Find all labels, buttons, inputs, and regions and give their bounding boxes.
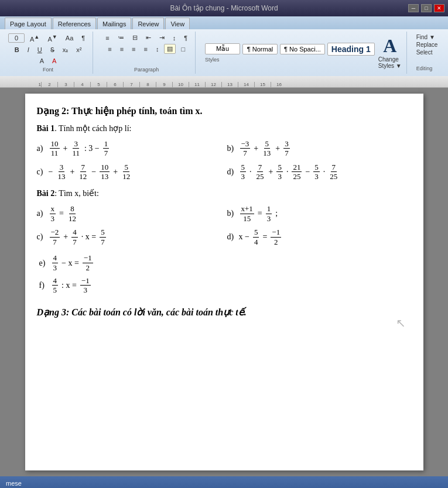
frac-4-5-f: 45 [52, 276, 59, 295]
show-hide-btn[interactable]: ¶ [78, 33, 88, 43]
font-size-input[interactable]: 0 [8, 33, 25, 43]
frac-3-11: 311 [71, 139, 81, 158]
minus-c: − [49, 164, 53, 180]
numbering-btn[interactable]: ≔ [115, 33, 127, 43]
dot-d3: · [323, 164, 326, 180]
label-b1: b) [227, 140, 237, 157]
sort-btn[interactable]: ↕ [170, 33, 179, 43]
eq-b2: = [258, 205, 262, 222]
justify-btn[interactable]: ≡ [141, 44, 150, 54]
strikethrough-btn[interactable]: S̶ [47, 45, 57, 55]
decrease-indent-btn[interactable]: ⇤ [143, 33, 154, 43]
section2-title: Dạng 2: Thực hiện phép tính, toán tìm x. [37, 105, 406, 116]
underline-btn[interactable]: U [35, 45, 45, 54]
border-btn[interactable]: □ [178, 44, 188, 54]
plus-c: + [70, 164, 74, 180]
frac-5-12: 512 [121, 163, 131, 181]
semicolon-b: ; [275, 205, 278, 222]
plus1: + [63, 140, 68, 157]
find-button[interactable]: Find ▼ [416, 34, 438, 40]
change-styles-icon[interactable]: A [383, 36, 396, 55]
frac-neg1-2: −12 [271, 228, 281, 246]
minimize-button[interactable]: ─ [408, 4, 419, 12]
cursor-indicator: ↖ [396, 316, 406, 330]
ribbon-content: 0 A▲ A▼ Aa ¶ B I U S̶ x₂ x² A A Font ≡ ≔… [0, 29, 448, 76]
plus-b2: + [275, 140, 280, 157]
font-shrink-btn[interactable]: A▼ [45, 33, 60, 44]
problem-e2: e) 43 − x = −12 [39, 253, 406, 272]
tab-page-layout[interactable]: Page Layout [5, 18, 52, 29]
frac-5-13: 513 [262, 139, 272, 158]
bai2-problems: a) x3 = 812 b) x+115 = 13 ; c) −27 + 47 … [37, 204, 406, 246]
line-spacing-btn[interactable]: ↕ [153, 44, 162, 54]
frac-21-25: 2125 [292, 163, 302, 181]
frac-5-3-d1: 53 [240, 163, 247, 181]
superscript-btn[interactable]: x² [73, 45, 84, 54]
close-button[interactable]: ✕ [434, 4, 444, 12]
problem-a1: a) 1011 + 311 : 3 − 17 [37, 139, 216, 158]
bold-btn[interactable]: B [12, 45, 22, 54]
style-heading1[interactable]: Heading 1 [327, 43, 375, 56]
tab-review[interactable]: Review [132, 18, 164, 29]
document-page[interactable]: Dạng 2: Thực hiện phép tính, toán tìm x.… [25, 94, 423, 470]
label-a2: a) [37, 205, 46, 222]
editing-group-label: Editing [416, 66, 438, 71]
para-row2: ≡ ≡ ≡ ≡ ↕ ▤ □ [105, 44, 188, 54]
bai1-problems: a) 1011 + 311 : 3 − 17 b) −37 + 513 + 37… [37, 139, 406, 181]
minus-d1: − [305, 164, 310, 180]
label-d1: d) [227, 164, 237, 180]
frac-7-25-d1: 725 [255, 163, 265, 181]
text-highlight-btn[interactable]: A [37, 56, 47, 66]
multilevel-btn[interactable]: ⊟ [129, 33, 141, 43]
tab-mailings[interactable]: Mailings [97, 18, 131, 29]
colon1: : 3 − [84, 140, 100, 157]
window-controls: ─ □ ✕ [408, 4, 444, 12]
font-grow-btn[interactable]: A▲ [27, 33, 42, 44]
problem-c2: c) −27 + 47 · x = 57 [37, 228, 216, 246]
frac-1-7a: 17 [103, 139, 110, 158]
subscript-btn[interactable]: x₂ [60, 45, 71, 55]
align-center-btn[interactable]: ≡ [117, 44, 126, 54]
font-row1: 0 A▲ A▼ Aa ¶ [8, 33, 88, 44]
frac-7-12: 712 [78, 163, 88, 181]
increase-indent-btn[interactable]: ⇥ [156, 33, 167, 43]
ribbon-tabs: Page Layout References Mailings Review V… [0, 16, 448, 29]
bai1-bold: Bài 1 [37, 124, 55, 133]
frac-5-3-d3: 53 [313, 163, 320, 181]
tab-view[interactable]: View [165, 18, 190, 29]
align-left-btn[interactable]: ≡ [105, 44, 114, 54]
align-right-btn[interactable]: ≡ [129, 44, 138, 54]
select-button[interactable]: Select [416, 49, 438, 56]
shading-btn[interactable]: ▤ [164, 44, 176, 54]
style-no-spacing[interactable]: ¶ No Spaci... [280, 44, 325, 54]
problem-b1: b) −37 + 513 + 37 [227, 139, 406, 158]
maximize-button[interactable]: □ [421, 4, 432, 12]
show-para-btn[interactable]: ¶ [181, 33, 190, 43]
plus-d1: + [269, 164, 273, 180]
frac-8-12: 812 [67, 204, 77, 223]
paragraph-group: ≡ ≔ ⊟ ⇤ ⇥ ↕ ¶ ≡ ≡ ≡ ≡ ↕ ▤ □ Paragraph [98, 32, 196, 74]
frac-10-13: 1013 [100, 163, 110, 181]
problem-d1: d) 53 · 725 + 53 · 2125 − 53 · 725 [227, 163, 406, 181]
font-color-btn[interactable]: A [49, 56, 59, 66]
para-row1: ≡ ≔ ⊟ ⇤ ⇥ ↕ ¶ [102, 33, 190, 43]
frac-7-25-d3: 725 [329, 163, 338, 181]
clear-format-btn[interactable]: Aa [63, 33, 76, 43]
frac-neg1-3-f: −13 [80, 276, 91, 295]
minus-e: − x = [61, 255, 79, 272]
style-mau[interactable]: Mẫu [205, 43, 240, 54]
tab-references[interactable]: References [53, 18, 96, 29]
style-normal[interactable]: ¶ Normal [242, 44, 278, 54]
bai2-title: Bài 2: Tìm x, biết: [37, 188, 406, 198]
bullets-btn[interactable]: ≡ [102, 33, 112, 43]
frac-4-3-e: 43 [52, 253, 59, 272]
frac-10-11: 1011 [50, 139, 60, 158]
frac-1-3-b: 13 [266, 204, 272, 223]
styles-group-label: Styles [205, 57, 375, 63]
bai2-bold: Bài 2 [37, 189, 55, 198]
replace-button[interactable]: Replace [416, 42, 438, 48]
frac-neg3-7: −37 [240, 139, 251, 158]
change-styles-btn[interactable]: Change Styles ▼ [378, 56, 402, 69]
frac-5-7-c: 57 [100, 228, 106, 246]
italic-btn[interactable]: I [25, 45, 32, 54]
